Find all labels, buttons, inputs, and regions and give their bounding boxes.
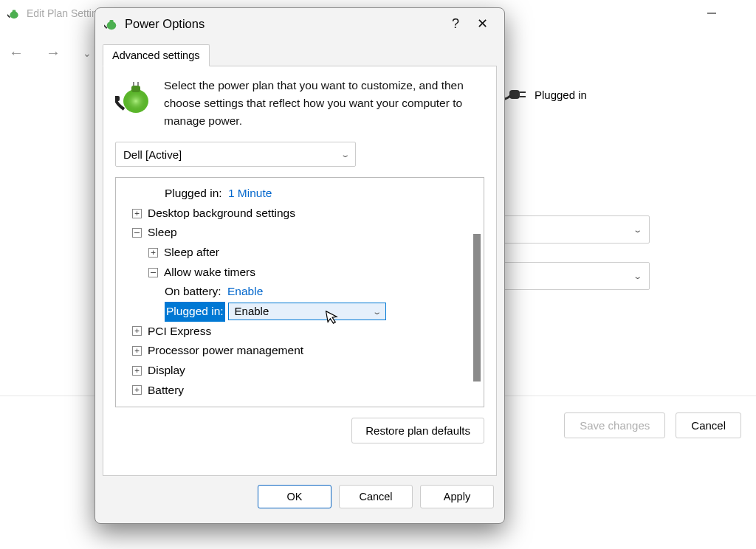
- svg-rect-7: [110, 20, 114, 23]
- parent-nav: ← → ⌄: [9, 44, 92, 61]
- tree-node-plugged-in-selected: Plugged in: Enable ⌄: [119, 302, 386, 322]
- dialog-titlebar: Power Options ? ✕: [95, 8, 504, 39]
- chevron-down-icon: ⌄: [633, 272, 642, 280]
- chevron-down-icon: ⌄: [371, 305, 381, 318]
- plugged-in-label: Plugged in: [535, 89, 587, 101]
- cancel-button[interactable]: Cancel: [339, 485, 413, 508]
- chevron-down-icon: ⌄: [633, 226, 642, 234]
- tree-node-sleep[interactable]: Sleep: [148, 223, 177, 243]
- svg-point-9: [123, 89, 148, 113]
- back-arrow-icon[interactable]: ←: [9, 44, 24, 61]
- svg-rect-11: [133, 82, 134, 86]
- close-button[interactable]: ✕: [469, 15, 495, 32]
- svg-rect-3: [509, 90, 520, 99]
- expand-icon[interactable]: [132, 209, 142, 218]
- ok-button[interactable]: OK: [258, 485, 331, 508]
- expand-icon[interactable]: [132, 366, 142, 376]
- scrollbar-thumb[interactable]: [473, 234, 481, 381]
- power-icon: [7, 7, 21, 20]
- power-plan-select[interactable]: Dell [Active] ⌄: [115, 142, 356, 167]
- parent-right-col: Plugged in: [490, 74, 741, 103]
- tree-setting-label-selected: Plugged in:: [165, 302, 225, 322]
- svg-rect-13: [115, 96, 120, 101]
- minimize-button[interactable]: [697, 6, 726, 21]
- scrollbar[interactable]: [470, 178, 484, 407]
- forward-arrow-icon[interactable]: →: [46, 44, 61, 61]
- tab-advanced-settings[interactable]: Advanced settings: [103, 44, 210, 66]
- power-options-dialog: Power Options ? ✕ Advanced settings Sele…: [94, 7, 505, 524]
- dialog-button-row: OK Cancel Apply: [95, 476, 504, 519]
- restore-defaults-button[interactable]: Restore plan defaults: [351, 418, 484, 443]
- tab-row: Advanced settings: [95, 39, 504, 66]
- plan-name: Dell [Active]: [123, 148, 182, 161]
- tree-setting-value[interactable]: 1 Minute: [228, 184, 272, 204]
- dialog-title: Power Options: [125, 17, 205, 31]
- expand-icon[interactable]: [132, 326, 142, 336]
- expand-icon[interactable]: [148, 248, 158, 258]
- collapse-icon[interactable]: [148, 268, 158, 277]
- svg-rect-1: [13, 10, 16, 13]
- tree-node-pci[interactable]: PCI Express: [148, 322, 211, 342]
- tree-node-sleep-after[interactable]: Sleep after: [164, 243, 219, 263]
- svg-rect-12: [137, 82, 139, 86]
- chevron-down-icon: ⌄: [340, 151, 350, 159]
- tree-setting-label: Plugged in:: [165, 184, 222, 204]
- expand-icon[interactable]: [132, 385, 142, 395]
- power-icon: [104, 16, 119, 31]
- tree-node-battery[interactable]: Battery: [148, 381, 184, 401]
- parent-button-row: Save changes Cancel: [564, 412, 741, 438]
- expand-icon[interactable]: [132, 346, 142, 356]
- tree-setting-label: On battery:: [165, 282, 221, 302]
- chevron-down-icon[interactable]: ⌄: [83, 47, 92, 64]
- svg-rect-10: [131, 86, 140, 92]
- help-button[interactable]: ?: [442, 16, 469, 32]
- tree-node-desktop-bg[interactable]: Desktop background settings: [148, 204, 295, 224]
- dialog-description: Select the power plan that you want to c…: [164, 77, 484, 130]
- apply-button[interactable]: Apply: [420, 485, 494, 508]
- plugged-in-header: Plugged in: [498, 86, 741, 103]
- settings-tree: Plugged in: 1 Minute Desktop background …: [115, 177, 484, 407]
- tree-node-display[interactable]: Display: [148, 361, 185, 381]
- wake-timers-plugged-in-select[interactable]: Enable ⌄: [228, 303, 386, 320]
- select-value: Enable: [235, 302, 269, 321]
- cancel-button[interactable]: Cancel: [676, 412, 741, 438]
- tree-scroll-area[interactable]: Plugged in: 1 Minute Desktop background …: [116, 178, 470, 407]
- collapse-icon[interactable]: [132, 228, 142, 238]
- tree-node-allow-wake[interactable]: Allow wake timers: [164, 263, 255, 283]
- tree-node-cpu[interactable]: Processor power management: [148, 341, 303, 361]
- save-changes-button[interactable]: Save changes: [564, 412, 665, 438]
- tab-panel: Select the power plan that you want to c…: [103, 66, 497, 476]
- battery-icon: [115, 77, 154, 115]
- tree-setting-value[interactable]: Enable: [227, 282, 263, 302]
